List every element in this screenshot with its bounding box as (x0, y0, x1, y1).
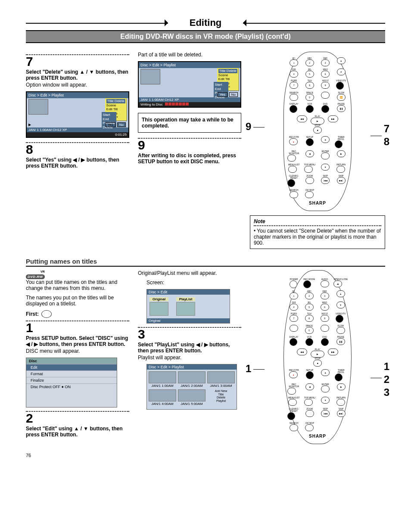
b-step-1-number: 1 (26, 321, 129, 334)
mid-lead: Part of a title will be deleted. (138, 52, 241, 58)
dpad-left: ◀ (305, 150, 314, 157)
b-step-3-body: Playlist will appear. (138, 355, 241, 361)
osd-step-7: Disc > Edit > Playlist ▶ Title Delete Sc… (26, 91, 129, 138)
step-9-head: After writing to disc is completed, pres… (138, 152, 241, 165)
b-step-1-head: Press SETUP button. Select "DISC" using … (26, 335, 129, 347)
b-step-2-number: 2 (26, 412, 129, 425)
top-col-left: 7 Select "Delete" using ▲ / ▼ buttons, t… (26, 52, 129, 249)
badge-sup: VR (26, 270, 45, 273)
callout-8: 8 (384, 136, 389, 148)
callout-b3: 3 (384, 386, 389, 398)
section-2-title: Putting names on titles (26, 258, 385, 267)
page-title: Editing (190, 17, 222, 28)
callout-7: 7 (384, 123, 389, 135)
bottom-section: VR DVD-RW You can put title names on the… (26, 270, 385, 444)
osd-yes-no: YesNo (104, 123, 126, 127)
step-9-number: 9 (138, 139, 241, 152)
note-title: Note (254, 218, 265, 224)
b-step-2-head: Select "Edit" using ▲ / ▼ buttons, then … (26, 426, 129, 438)
disc-menu-osd: Disc Edit Format Finalize Disc Protect O… (26, 358, 117, 408)
ff-button: ▶▶ (328, 115, 338, 122)
top-section: 7 Select "Delete" using ▲ / ▼ buttons, t… (26, 52, 385, 249)
intro-1: You can put title names on the titles an… (26, 279, 129, 291)
note-box: Note • You cannot select "Scene Delete" … (250, 215, 385, 249)
setup-button (306, 138, 314, 146)
step-7-head: Select "Delete" using ▲ / ▼ buttons, the… (26, 69, 129, 81)
osd-breadcrumb: Disc > Edit > Playlist (27, 92, 128, 98)
play-button: ▶ (311, 118, 324, 124)
bottom-col-mid: Original/PlayList menu will appear. Scre… (138, 270, 241, 444)
playlist-grid-osd: Disc > Edit > Playlist JAN/1 1:00AM JAN/… (146, 364, 237, 410)
right-arrow-icon: ▶ (34, 341, 38, 347)
dpad-down: ▼ (321, 164, 330, 171)
up-arrow-icon: ▲ (74, 426, 79, 432)
ch-up-button: ▲ (337, 57, 346, 64)
step-7-body: Option window will appear. (26, 82, 129, 88)
play-indicator-icon: ▶ (28, 123, 31, 127)
bottom-col-right: 1 1 2 3 POWER REC MODE AUDIO OPEN/CLOSE⏏… (250, 270, 385, 444)
up-arrow-icon: ▲ (80, 69, 85, 75)
callout-b1: 1 (384, 361, 389, 373)
remote-top: @!.1 ABC2 DEF3 ▲ GHI4 JKL5 MNO6 ▼ PQRS7 … (283, 52, 352, 211)
dvd-rw-badge: DVD-RW (26, 274, 45, 279)
disc-icon (41, 310, 52, 318)
ch-down-button: ▼ (337, 68, 346, 75)
callout-warning: This operation may take a while to be co… (138, 113, 241, 133)
title-bar: Editing (26, 17, 385, 28)
screen-label: Screen: (146, 280, 241, 286)
subtitle-band: Editing DVD-RW discs in VR mode (Playlis… (26, 30, 385, 43)
playlist-side-options: Add New Title Delete Playlist (207, 389, 235, 406)
enter-button (321, 152, 330, 159)
intro-2: The names you put on the titles will be … (26, 295, 129, 307)
osd-sub-menu: Start End Preview Delete (214, 82, 228, 100)
note-body: You cannot select "Scene Delete" when th… (254, 228, 381, 246)
first-line: First: (26, 310, 129, 318)
edit-menu-osd: Disc > Edit Original PlayList Original (146, 289, 230, 324)
rew-button: ◀◀ (297, 115, 307, 122)
right-arrow-icon: ▶ (204, 342, 208, 348)
top-col-mid: Part of a title will be deleted. Disc > … (138, 52, 241, 249)
dpad-up: ▲ (321, 136, 330, 143)
osd-yes-no: YesNo (216, 93, 238, 96)
b-mid-lead: Original/PlayList menu will appear. (138, 270, 241, 276)
step-7-number: 7 (26, 55, 129, 68)
osd-writing: Disc > Edit > Playlist Title Delete Scen… (138, 61, 241, 108)
progress-blocks (165, 103, 189, 106)
callout-9: 9 (246, 121, 251, 133)
b-step-3-number: 3 (138, 328, 241, 341)
down-arrow-icon: ▼ (89, 69, 94, 75)
top-col-right: 9 7 8 @!.1 ABC2 DEF3 ▲ GHI4 JKL5 MNO6 ▼ … (250, 52, 385, 249)
osd-sub-menu: Start End Preview Delete (102, 112, 116, 130)
stop-button: ■ (313, 127, 322, 134)
page-number: 76 (26, 453, 385, 458)
callout-b1-left: 1 (246, 363, 251, 375)
step-8-head: Select "Yes" using ◀ / ▶ buttons, then p… (26, 157, 129, 169)
remote-bottom: POWER REC MODE AUDIO OPEN/CLOSE⏏ @!.1 AB… (283, 270, 352, 444)
left-arrow-icon: ◀ (196, 342, 200, 348)
dpad-right: ▶ (337, 150, 346, 157)
osd-thumbnail (28, 99, 48, 115)
bottom-col-left: VR DVD-RW You can put title names on the… (26, 270, 129, 444)
down-arrow-icon: ▼ (83, 426, 88, 432)
step-8-number: 8 (26, 143, 129, 156)
b-step-1-body: DISC menu will appear. (26, 348, 129, 354)
callout-b2: 2 (384, 373, 389, 386)
left-arrow-icon: ◀ (26, 341, 30, 347)
b-step-3-head: Select "PlayList" using ◀ / ▶ buttons, t… (138, 342, 241, 354)
osd-thumbnail (140, 69, 160, 84)
remote-brand: SHARP (287, 201, 348, 205)
